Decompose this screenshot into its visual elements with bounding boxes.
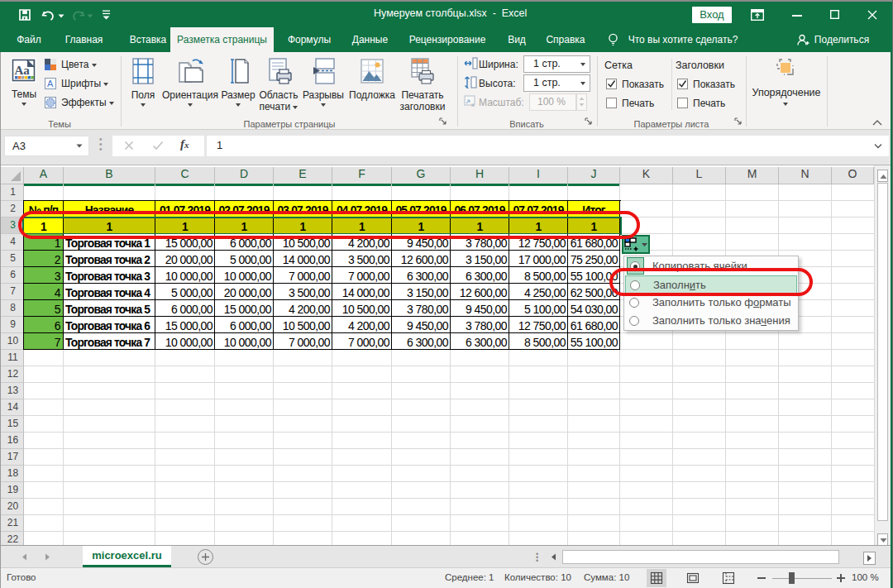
svg-text:А: А xyxy=(47,79,54,88)
svg-text:Aa: Aa xyxy=(15,64,31,77)
svg-text:к: к xyxy=(471,101,475,108)
